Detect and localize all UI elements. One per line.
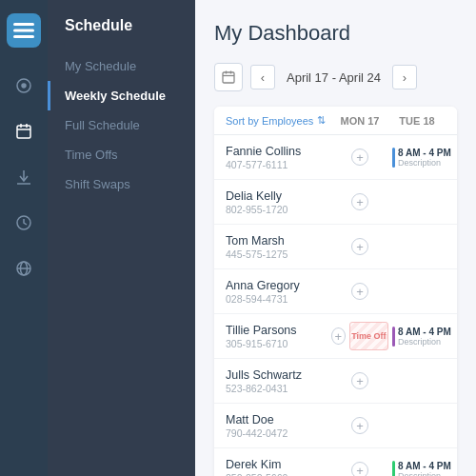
employee-name: Matt Doe [226,413,331,426]
employee-info: Delia Kelly 802-955-1720 [226,189,331,215]
shift-color-bar [392,148,395,168]
cell-mon: + [331,365,388,397]
employee-name: Delia Kelly [226,189,331,203]
table-row: Matt Doe 790-442-0472+ [214,404,457,448]
cell-mon: + [331,409,388,442]
shift-block: 8 AM - 4 PM Description [392,461,442,477]
employee-name: Fannie Collins [226,145,331,158]
employee-info: Fannie Collins 407-577-6111 [226,145,331,170]
svg-rect-15 [223,72,234,83]
svg-point-4 [22,84,26,88]
cell-tue: 8 AM - 4 PM Description [388,320,446,352]
table-row: Delia Kelly 802-955-1720+ [214,180,457,225]
cell-mon: + [331,275,388,307]
calendar-nav-icon[interactable] [214,63,243,91]
date-range: April 17 - April 24 [283,70,385,85]
add-shift-mon[interactable]: + [351,193,368,210]
table-rows: Fannie Collins 407-577-6111+ 8 AM - 4 PM… [214,135,457,476]
employee-phone: 028-594-4731 [226,293,331,305]
sidebar-title: Schedule [48,17,195,51]
shift-time: 8 AM - 4 PM [398,148,442,158]
add-shift-mon[interactable]: + [351,372,368,389]
shift-block: 8 AM - 4 PM Description [392,148,442,168]
sidebar-item-shift-swaps[interactable]: Shift Swaps [48,169,195,199]
my-schedule-icon[interactable] [10,72,37,99]
schedule-icon[interactable] [10,118,37,145]
shift-color-bar [392,327,395,347]
cell-mon: + [331,230,388,263]
employee-info: Derek Kim 250-252-5660 [226,458,331,477]
cell-tue: 8 AM - 4 PM Description [388,454,446,476]
employee-info: Anna Gregory 028-594-4731 [226,279,331,305]
col-mon: MON 17 [331,115,388,127]
cell-mon: + Time Off [331,320,388,352]
employee-name: Tom Marsh [226,234,331,248]
next-date-button[interactable]: › [392,65,417,89]
sort-button[interactable]: Sort by Employees ⇅ [226,114,331,127]
app-logo [7,13,41,48]
globe-icon[interactable] [10,255,37,282]
cell-mon: + [331,141,388,173]
prev-date-button[interactable]: ‹ [250,65,275,89]
svg-rect-5 [17,126,30,138]
cell-tue [388,409,446,442]
cell-tue [388,365,446,397]
shift-desc: Description [398,158,442,168]
sidebar-item-weekly-schedule[interactable]: Weekly Schedule [48,81,195,110]
download-icon[interactable] [10,164,37,190]
cell-mon: + [331,454,388,476]
cell-tue: 8 AM - 4 PM Description [388,141,446,173]
add-shift-mon[interactable]: + [351,238,368,255]
schedule-table: Sort by Employees ⇅ MON 17 TUE 18 Fannie… [214,107,457,476]
shift-block: 8 AM - 4 PM Description [392,327,442,347]
svg-rect-0 [13,23,34,26]
cell-mon: + [331,186,388,218]
employee-phone: 790-442-0472 [226,427,331,439]
sidebar-item-my-schedule[interactable]: My Schedule [48,51,195,81]
cell-tue [388,186,446,218]
add-shift-mon[interactable]: + [351,149,368,166]
add-shift-mon[interactable]: + [331,327,346,345]
cell-tue [388,230,446,263]
employee-info: Tillie Parsons 305-915-6710 [226,324,331,349]
employee-info: Matt Doe 790-442-0472 [226,413,331,439]
employee-phone: 250-252-5660 [226,472,331,477]
shift-desc: Description [398,471,442,477]
employee-name: Anna Gregory [226,279,331,292]
icon-rail [0,0,48,476]
nav-sidebar: Schedule My Schedule Weekly Schedule Ful… [48,0,195,476]
time-off-label: Time Off [351,331,386,341]
table-row: Julls Schwartz 523-862-0431+ [214,359,457,404]
employee-phone: 445-575-1275 [226,248,331,260]
shift-time: 8 AM - 4 PM [398,461,442,471]
clock-icon[interactable] [10,209,37,236]
page-title: My Dashboard [214,21,457,46]
sidebar-item-full-schedule[interactable]: Full Schedule [48,110,195,140]
svg-rect-1 [13,30,34,32]
employee-phone: 802-955-1720 [226,204,331,215]
table-row: Tillie Parsons 305-915-6710 + Time Off 8… [214,314,457,359]
table-row: Tom Marsh 445-575-1275+ [214,225,457,269]
employee-name: Julls Schwartz [226,368,331,382]
employee-name: Derek Kim [226,458,331,471]
employee-name: Tillie Parsons [226,324,331,337]
add-shift-mon[interactable]: + [351,462,368,476]
shift-time: 8 AM - 4 PM [398,327,442,337]
add-shift-mon[interactable]: + [351,283,368,300]
table-row: Anna Gregory 028-594-4731+ [214,269,457,314]
employee-info: Julls Schwartz 523-862-0431 [226,368,331,394]
employee-phone: 305-915-6710 [226,338,331,349]
table-row: Fannie Collins 407-577-6111+ 8 AM - 4 PM… [214,135,457,180]
table-row: Derek Kim 250-252-5660+ 8 AM - 4 PM Desc… [214,448,457,476]
table-header: Sort by Employees ⇅ MON 17 TUE 18 [214,107,457,135]
date-nav: ‹ April 17 - April 24 › [214,63,457,91]
shift-color-bar [392,461,395,477]
employee-phone: 523-862-0431 [226,383,331,394]
cell-tue [388,275,446,307]
employee-phone: 407-577-6111 [226,159,331,170]
sidebar-item-time-offs[interactable]: Time Offs [48,140,195,169]
col-tue: TUE 18 [388,115,446,127]
time-off-block: Time Off [349,322,388,350]
add-shift-mon[interactable]: + [351,417,368,434]
shift-desc: Description [398,337,442,347]
